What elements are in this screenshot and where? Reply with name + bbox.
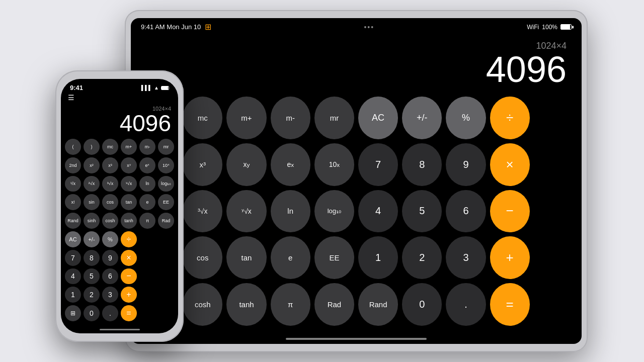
ipad-btn-ee[interactable]: EE xyxy=(314,236,354,279)
iphone-btn-ac[interactable]: AC xyxy=(65,231,81,247)
iphone-btn-x2[interactable]: x² xyxy=(84,157,100,173)
iphone-btn-sinh[interactable]: sinh xyxy=(84,213,100,229)
iphone-btn-9[interactable]: 9 xyxy=(102,250,118,266)
iphone-btn-sqrt3[interactable]: ³√x xyxy=(102,176,118,192)
iphone-btn-mminus[interactable]: m- xyxy=(139,139,155,155)
iphone-btn-paren-open[interactable]: ( xyxy=(65,139,81,155)
ipad-btn-sqrt3[interactable]: ³√x xyxy=(183,190,222,233)
ipad-btn-2[interactable]: 2 xyxy=(402,236,442,279)
iphone-btn-mplus[interactable]: m+ xyxy=(121,139,137,155)
ipad-btn-percent[interactable]: % xyxy=(446,97,486,139)
iphone-btn-equals[interactable]: = xyxy=(121,305,137,321)
ipad-btn-9[interactable]: 9 xyxy=(446,143,486,186)
ipad-btn-divide[interactable]: ÷ xyxy=(490,97,530,139)
iphone-btn-pi[interactable]: π xyxy=(139,213,155,229)
iphone-btn-cos[interactable]: cos xyxy=(102,194,118,210)
iphone-btn-tan[interactable]: tan xyxy=(121,194,137,210)
ipad-btn-e[interactable]: e xyxy=(271,236,310,279)
iphone-btn-multiply[interactable]: × xyxy=(121,250,137,266)
iphone-btn-8[interactable]: 8 xyxy=(84,250,100,266)
iphone-btn-sign[interactable]: +/- xyxy=(84,231,100,247)
ipad-btn-8[interactable]: 8 xyxy=(402,143,442,186)
ipad-btn-ln[interactable]: ln xyxy=(271,190,310,233)
ipad-btn-cos[interactable]: cos xyxy=(183,236,222,279)
ipad-home-bar xyxy=(286,338,427,340)
iphone-btn-e[interactable]: e xyxy=(139,194,155,210)
iphone-btn-percent[interactable]: % xyxy=(102,231,118,247)
ipad-btn-pi[interactable]: π xyxy=(271,283,310,326)
ipad-btn-sign[interactable]: +/- xyxy=(402,97,442,139)
ipad-btn-0[interactable]: 0 xyxy=(402,283,442,326)
iphone-btn-cosh[interactable]: cosh xyxy=(102,213,118,229)
iphone-btn-rad[interactable]: Rad xyxy=(158,213,174,229)
iphone-btn-dot[interactable]: . xyxy=(102,305,118,321)
ipad-btn-xy[interactable]: xy xyxy=(226,143,266,186)
iphone-menu-icon[interactable]: ☰ xyxy=(61,94,178,104)
iphone-btn-reciprocal[interactable]: ¹/x xyxy=(65,176,81,192)
ipad-btn-ex[interactable]: ex xyxy=(271,143,310,186)
iphone-btn-4[interactable]: 4 xyxy=(65,268,81,285)
iphone-btn-minus[interactable]: − xyxy=(121,268,137,285)
ipad-btn-rand[interactable]: Rand xyxy=(358,283,398,326)
ipad-status-bar: 9:41 AM Mon Jun 10 ⊞ ••• WiFi 100% xyxy=(131,18,582,36)
iphone-btn-6[interactable]: 6 xyxy=(102,268,118,285)
ipad-btn-equals[interactable]: = xyxy=(490,283,530,326)
iphone-btn-factorial[interactable]: x! xyxy=(65,194,81,210)
iphone-btn-sqrt2[interactable]: ²√x xyxy=(84,176,100,192)
ipad-btn-tanh[interactable]: tanh xyxy=(226,283,266,326)
iphone-btn-grid[interactable]: ⊞ xyxy=(65,305,81,321)
ipad-btn-ac[interactable]: AC xyxy=(358,97,398,139)
iphone-btn-ee[interactable]: EE xyxy=(158,194,174,210)
ipad-btn-minus[interactable]: − xyxy=(490,190,530,233)
iphone-time: 9:41 xyxy=(70,84,83,92)
iphone-btn-2nd[interactable]: 2nd xyxy=(65,157,81,173)
iphone-btn-7[interactable]: 7 xyxy=(65,250,81,266)
iphone-btn-plus[interactable]: + xyxy=(121,287,137,303)
ipad-result: 4096 xyxy=(146,51,567,87)
iphone-btn-log10[interactable]: log₁₀ xyxy=(158,176,174,192)
ipad-btn-mplus[interactable]: m+ xyxy=(226,97,266,139)
iphone-result: 4096 xyxy=(68,112,171,135)
ipad-btn-dot[interactable]: . xyxy=(446,283,486,326)
iphone-btn-paren-close[interactable]: ) xyxy=(84,139,100,155)
iphone-btn-x3[interactable]: x³ xyxy=(102,157,118,173)
ipad-btn-mr[interactable]: mr xyxy=(314,97,354,139)
ipad-btn-6[interactable]: 6 xyxy=(446,190,486,233)
ipad-btn-mminus[interactable]: m- xyxy=(271,97,310,139)
ipad-btn-log10[interactable]: log₁₀ xyxy=(314,190,354,233)
iphone-home-bar xyxy=(100,329,140,330)
ipad-btn-mc[interactable]: mc xyxy=(183,97,222,139)
iphone-btn-tanh[interactable]: tanh xyxy=(121,213,137,229)
iphone-btn-divide[interactable]: ÷ xyxy=(121,231,137,247)
sidebar-icon[interactable]: ⊞ xyxy=(205,22,211,32)
iphone-btn-mr[interactable]: mr xyxy=(158,139,174,155)
ipad-btn-4[interactable]: 4 xyxy=(358,190,398,233)
iphone-btn-1[interactable]: 1 xyxy=(65,287,81,303)
ipad-btn-3[interactable]: 3 xyxy=(446,236,486,279)
iphone-btn-5[interactable]: 5 xyxy=(84,268,100,285)
iphone-btn-mc[interactable]: mc xyxy=(102,139,118,155)
ipad-btn-10x[interactable]: 10x xyxy=(314,143,354,186)
iphone-btn-sqrty[interactable]: ʸ√x xyxy=(121,176,137,192)
iphone-btn-xy[interactable]: xʸ xyxy=(121,157,137,173)
ipad-btn-rad[interactable]: Rad xyxy=(314,283,354,326)
iphone-btn-10x[interactable]: 10ˣ xyxy=(158,157,174,173)
ipad-btn-plus[interactable]: + xyxy=(490,236,530,279)
iphone-wifi-icon: ▲ xyxy=(154,85,159,90)
ipad-btn-cosh[interactable]: cosh xyxy=(183,283,222,326)
ipad-btn-5[interactable]: 5 xyxy=(402,190,442,233)
ipad-home-indicator xyxy=(131,334,582,344)
ipad-btn-x3[interactable]: x³ xyxy=(183,143,222,186)
ipad-btn-sqrty[interactable]: ʸ√x xyxy=(226,190,266,233)
ipad-btn-7[interactable]: 7 xyxy=(358,143,398,186)
iphone-btn-sin[interactable]: sin xyxy=(84,194,100,210)
iphone-btn-rand[interactable]: Rand xyxy=(65,213,81,229)
iphone-btn-2[interactable]: 2 xyxy=(84,287,100,303)
ipad-btn-multiply[interactable]: × xyxy=(490,143,530,186)
iphone-btn-3[interactable]: 3 xyxy=(102,287,118,303)
iphone-btn-0[interactable]: 0 xyxy=(84,305,100,321)
ipad-btn-1[interactable]: 1 xyxy=(358,236,398,279)
iphone-btn-ex[interactable]: eˣ xyxy=(139,157,155,173)
iphone-btn-ln[interactable]: ln xyxy=(139,176,155,192)
ipad-btn-tan[interactable]: tan xyxy=(226,236,266,279)
